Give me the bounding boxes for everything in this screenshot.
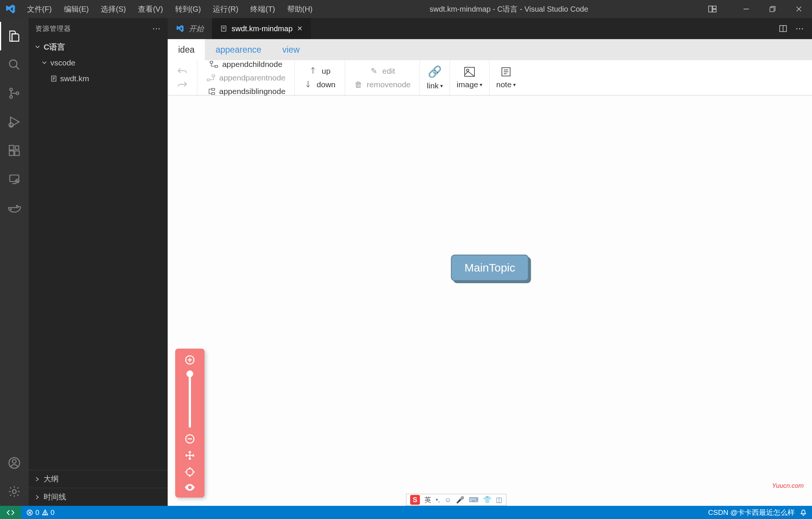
svg-rect-0 — [709, 6, 712, 12]
timeline-section[interactable]: 时间线 — [29, 488, 168, 506]
btn-label: link — [427, 81, 439, 90]
menu-view[interactable]: 查看(V) — [132, 4, 169, 14]
zoom-in-button[interactable] — [185, 355, 195, 365]
image-dropdown[interactable]: image▾ — [450, 60, 489, 95]
sidebar-title: 资源管理器 — [35, 24, 71, 33]
tree-folder-vscode[interactable]: vscode — [29, 55, 168, 71]
menu-bar: 文件(F) 编辑(E) 选择(S) 查看(V) 转到(G) 运行(R) 终端(T… — [21, 4, 319, 14]
pan-button[interactable] — [185, 450, 195, 461]
activity-bar — [0, 18, 29, 506]
mindmap-tab-idea[interactable]: idea — [168, 39, 205, 60]
tab-welcome[interactable]: 开始 — [168, 18, 212, 39]
source-control-icon[interactable] — [0, 79, 29, 108]
more-actions-icon[interactable]: ⋯ — [795, 24, 804, 33]
note-dropdown[interactable]: note▾ — [489, 60, 523, 95]
credit-text: CSDN @卡卡西最近怎么样 — [708, 508, 795, 517]
docker-icon[interactable] — [0, 193, 29, 222]
remote-explorer-icon[interactable] — [0, 165, 29, 193]
trash-icon: 🗑 — [354, 80, 363, 89]
folder-label: vscode — [50, 58, 76, 67]
preview-button[interactable] — [184, 483, 195, 492]
minimize-button[interactable] — [733, 0, 759, 18]
ime-voice-icon[interactable]: 🎤 — [456, 496, 464, 504]
project-name: C语言 — [44, 42, 65, 52]
mindmap-canvas[interactable]: MainTopic — [168, 96, 812, 506]
menu-file[interactable]: 文件(F) — [21, 4, 58, 14]
remote-button[interactable] — [0, 506, 21, 519]
caret-down-icon: ▾ — [440, 83, 443, 89]
menu-run[interactable]: 运行(R) — [207, 4, 244, 14]
redo-button[interactable] — [174, 79, 190, 90]
chevron-right-icon — [35, 495, 40, 500]
svg-rect-36 — [215, 65, 218, 67]
slider-thumb[interactable] — [186, 370, 193, 377]
section-label: 时间线 — [44, 492, 66, 502]
tab-label: 开始 — [189, 24, 204, 34]
svg-rect-37 — [212, 75, 215, 77]
edit-icon: ✎ — [370, 67, 379, 76]
move-down-button[interactable]: 🡓down — [301, 79, 338, 91]
svg-point-25 — [12, 490, 16, 493]
settings-icon[interactable] — [0, 477, 29, 506]
editor-tabs: 开始 swdt.km-mindmap ✕ ⋯ — [168, 18, 812, 39]
zoom-panel — [175, 349, 205, 498]
svg-point-9 — [10, 88, 12, 91]
sidebar: 资源管理器 ⋯ C语言 vscode swdt.km 大纲 — [29, 18, 168, 506]
append-child-button[interactable]: appendchildnode — [207, 58, 285, 70]
close-tab-icon[interactable]: ✕ — [297, 24, 303, 33]
svg-point-10 — [10, 96, 12, 98]
extensions-icon[interactable] — [0, 136, 29, 165]
locate-button[interactable] — [185, 467, 195, 477]
append-parent-button[interactable]: appendparentnode — [204, 72, 288, 84]
svg-point-22 — [11, 209, 11, 209]
mindmap-tab-appearence[interactable]: appearence — [205, 39, 272, 60]
tree-root[interactable]: C语言 — [29, 39, 168, 55]
menu-terminal[interactable]: 终端(T) — [244, 4, 281, 14]
chevron-right-icon — [35, 477, 40, 482]
remove-node-button[interactable]: 🗑removenode — [352, 79, 413, 91]
run-debug-icon[interactable] — [0, 108, 29, 136]
notifications-icon[interactable] — [800, 509, 807, 516]
explorer-icon[interactable] — [0, 22, 29, 50]
ime-skin-icon[interactable]: 👕 — [483, 496, 491, 504]
sidebar-more-icon[interactable]: ⋯ — [152, 24, 161, 33]
mindmap-tab-view[interactable]: view — [272, 39, 310, 60]
svg-rect-38 — [207, 79, 210, 81]
account-icon[interactable] — [0, 449, 29, 477]
svg-marker-12 — [11, 117, 19, 127]
caret-down-icon: ▾ — [513, 82, 516, 88]
link-dropdown[interactable]: 🔗 link▾ — [420, 60, 450, 95]
svg-point-7 — [9, 60, 17, 67]
arrow-down-icon: 🡓 — [304, 80, 313, 89]
edit-button[interactable]: ✎edit — [367, 65, 397, 77]
ime-toolbox-icon[interactable]: ◫ — [496, 496, 502, 504]
zoom-out-button[interactable] — [185, 434, 195, 444]
btn-label: edit — [382, 67, 395, 76]
outline-section[interactable]: 大纲 — [29, 470, 168, 488]
close-button[interactable] — [786, 0, 812, 18]
mindmap-toolbar: appendchildnode appendparentnode appends… — [168, 60, 812, 96]
menu-selection[interactable]: 选择(S) — [95, 4, 132, 14]
ime-bar[interactable]: S 英 •, ☺ 🎤 ⌨ 👕 ◫ — [406, 494, 506, 506]
main-topic-node[interactable]: MainTopic — [451, 255, 529, 281]
maximize-button[interactable] — [759, 0, 786, 18]
search-icon[interactable] — [0, 50, 29, 79]
ime-emoji-icon[interactable]: ☺ — [444, 496, 451, 504]
layout-icon[interactable] — [699, 0, 726, 18]
tree-file-swdt[interactable]: swdt.km — [29, 71, 168, 86]
menu-go[interactable]: 转到(G) — [169, 4, 207, 14]
zoom-slider[interactable] — [189, 371, 191, 428]
chevron-down-icon — [41, 60, 47, 66]
vscode-icon — [176, 24, 184, 33]
ime-language[interactable]: 英 — [424, 495, 431, 504]
problems-item[interactable]: 0 0 — [21, 508, 60, 517]
undo-button[interactable] — [174, 65, 190, 77]
svg-point-42 — [467, 69, 469, 71]
ime-punct-icon[interactable]: •, — [436, 496, 440, 504]
ime-keyboard-icon[interactable]: ⌨ — [469, 496, 479, 504]
split-editor-icon[interactable] — [779, 24, 787, 33]
move-up-button[interactable]: 🡑up — [307, 65, 333, 77]
menu-edit[interactable]: 编辑(E) — [58, 4, 95, 14]
tab-mindmap[interactable]: swdt.km-mindmap ✕ — [212, 18, 311, 39]
menu-help[interactable]: 帮助(H) — [281, 4, 319, 14]
